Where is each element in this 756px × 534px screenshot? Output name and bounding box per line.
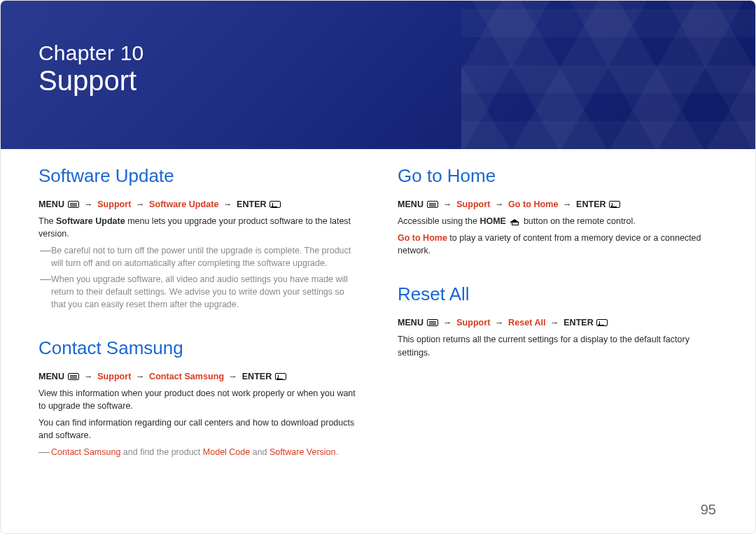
enter-icon: [609, 201, 620, 208]
text-red: Model Code: [203, 447, 250, 457]
contact-para-2: You can find information regarding our c…: [38, 416, 358, 442]
text: Accessible using the: [398, 216, 479, 226]
path-support: Support: [97, 199, 131, 209]
dash-icon: ―: [38, 242, 51, 267]
go-home-line2: Go to Home to play a variety of content …: [398, 232, 718, 257]
note-item: ― Be careful not to turn off the power u…: [38, 244, 358, 269]
content-columns: Software Update MENU → Support → Softwar…: [38, 165, 718, 463]
label-enter: ENTER: [237, 199, 267, 209]
text: and: [250, 447, 270, 457]
home-icon: [510, 216, 519, 225]
enter-icon: [270, 201, 281, 208]
text-red: Contact Samsung: [51, 447, 120, 457]
arrow-icon: →: [227, 372, 240, 381]
text: button on the remote control.: [524, 216, 636, 226]
chapter-number: Chapter 10: [38, 41, 144, 65]
heading-contact-samsung: Contact Samsung: [38, 337, 358, 359]
contact-para-1: View this information when your product …: [38, 387, 358, 412]
text-red: Go to Home: [398, 233, 447, 243]
note-text: Be careful not to turn off the power unt…: [51, 244, 358, 269]
menu-icon: [68, 201, 79, 208]
arrow-icon: →: [134, 199, 147, 209]
arrow-icon: →: [561, 199, 574, 209]
label-enter: ENTER: [576, 199, 606, 209]
chapter-title: Support: [38, 65, 136, 97]
text-bold: HOME: [479, 216, 506, 226]
arrow-icon: →: [441, 318, 454, 328]
menu-path-reset-all: MENU → Support → Reset All → ENTER: [398, 318, 718, 328]
arrow-icon: →: [82, 199, 95, 209]
label-menu: MENU: [398, 199, 424, 209]
arrow-icon: →: [82, 372, 95, 381]
text: .: [336, 447, 338, 457]
arrow-icon: →: [493, 199, 506, 209]
heading-go-to-home: Go to Home: [398, 165, 718, 187]
tip-text: Contact Samsung and find the product Mod…: [51, 446, 358, 462]
enter-icon: [275, 373, 286, 380]
software-update-intro: The Software Update menu lets you upgrad…: [38, 215, 358, 240]
heading-reset-all: Reset All: [398, 283, 718, 305]
arrow-icon: →: [134, 372, 147, 381]
note-item: ― When you upgrade software, all video a…: [38, 273, 358, 311]
text-bold: Software Update: [56, 216, 125, 226]
contact-tip: ― Contact Samsung and find the product M…: [38, 446, 358, 462]
arrow-icon: →: [548, 318, 561, 328]
right-column: Go to Home MENU → Support → Go to Home →…: [398, 165, 718, 463]
text-red: Software Version: [270, 447, 336, 457]
menu-icon: [427, 319, 438, 326]
label-enter: ENTER: [242, 372, 272, 381]
path-support: Support: [456, 199, 490, 209]
path-reset-all: Reset All: [508, 318, 545, 328]
dash-icon: ―: [38, 271, 51, 309]
menu-path-software-update: MENU → Support → Software Update → ENTER: [38, 199, 358, 209]
menu-path-contact-samsung: MENU → Support → Contact Samsung → ENTER: [38, 372, 358, 381]
arrow-icon: →: [441, 199, 454, 209]
menu-icon: [427, 201, 438, 208]
arrow-icon: →: [221, 199, 234, 209]
left-column: Software Update MENU → Support → Softwar…: [38, 165, 358, 463]
dash-icon: ―: [38, 444, 51, 460]
label-menu: MENU: [398, 318, 424, 328]
label-enter: ENTER: [564, 318, 594, 328]
path-contact-samsung: Contact Samsung: [149, 372, 224, 381]
reset-all-para: This option returns all the current sett…: [398, 333, 718, 358]
path-support: Support: [97, 372, 131, 381]
manual-page: Chapter 10 Support Software Update MENU …: [0, 0, 756, 534]
menu-icon: [68, 373, 79, 380]
text: and find the product: [120, 447, 202, 457]
heading-software-update: Software Update: [38, 165, 358, 187]
arrow-icon: →: [493, 318, 506, 328]
enter-icon: [596, 319, 608, 326]
path-support: Support: [456, 318, 490, 328]
chapter-banner: Chapter 10 Support: [1, 1, 755, 149]
label-menu: MENU: [38, 199, 64, 209]
go-home-line1: Accessible using the HOME button on the …: [398, 215, 718, 227]
path-go-to-home: Go to Home: [508, 199, 558, 209]
menu-path-go-to-home: MENU → Support → Go to Home → ENTER: [398, 199, 718, 209]
note-text: When you upgrade software, all video and…: [51, 273, 358, 311]
label-menu: MENU: [38, 372, 64, 381]
path-software-update: Software Update: [149, 199, 218, 209]
page-number: 95: [701, 502, 716, 518]
text: The: [38, 216, 56, 226]
